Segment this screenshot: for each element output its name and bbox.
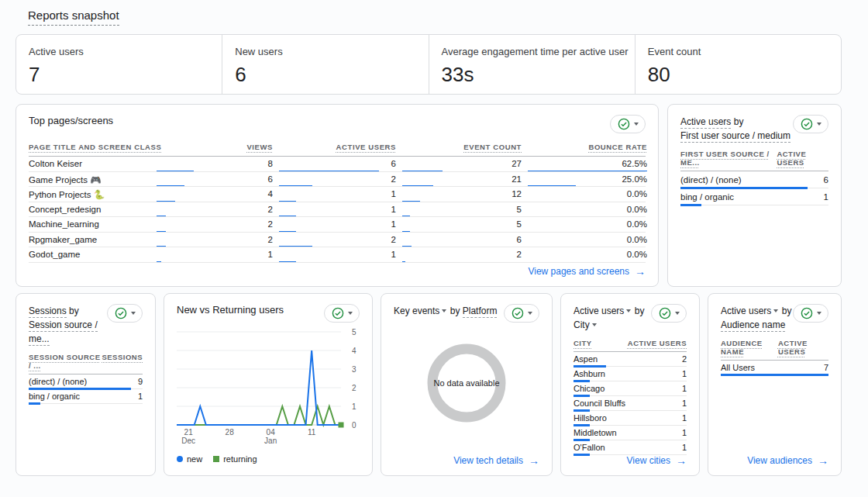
data-quality-badge-button[interactable]: [793, 115, 828, 133]
metric-dropdown[interactable]: Key events: [394, 305, 447, 316]
metric-avg-engagement-time: Average engagement time per active user …: [429, 35, 635, 94]
table-cell: Game Projects 🎮: [29, 172, 150, 187]
table-header: AUDIENCE NAMEACTIVE USERS: [721, 332, 828, 361]
card-title: Active users by First user source / medi…: [680, 115, 790, 143]
metric-dropdown[interactable]: Active users: [574, 305, 632, 316]
metric-value: 1: [682, 443, 687, 452]
value-bar: [157, 231, 166, 232]
view-audiences-link[interactable]: View audiences→: [747, 454, 828, 467]
metric-value: 1: [824, 192, 828, 202]
top-pages-table-body: Colton Keiser862762.5%Game Projects 🎮622…: [29, 157, 646, 263]
dimension-link[interactable]: Platform: [463, 305, 498, 318]
table-cell: 5: [402, 217, 522, 232]
table-row: Game Projects 🎮622125.0%: [29, 172, 646, 188]
metric-value: 2: [682, 354, 687, 364]
metric-value: 9: [138, 377, 143, 386]
table-cell: 0.0%: [528, 233, 647, 247]
metric-value: 7: [29, 63, 215, 87]
table-cell: 0.0%: [528, 217, 647, 232]
data-quality-badge-button[interactable]: [793, 304, 828, 323]
view-pages-and-screens-link[interactable]: View pages and screens→: [528, 265, 646, 278]
dimension-value: Ashburn: [574, 369, 605, 378]
legend-item-returning[interactable]: returning: [213, 454, 257, 464]
data-quality-badge-button[interactable]: [504, 304, 539, 323]
dimension-value: Council Bluffs: [574, 399, 625, 408]
table-row: Rpgmaker_game2260.0%: [29, 233, 646, 248]
dimension-link[interactable]: Audience name: [721, 319, 785, 332]
table-row: Aspen2: [574, 352, 687, 367]
chart-legend: newreturning: [177, 454, 360, 464]
table-cell: Concept_redesign: [29, 202, 150, 217]
table-cell: 2: [402, 247, 522, 262]
table-cell: 6: [402, 233, 522, 247]
top-pages-table-header: PAGE TITLE AND SCREEN CLASS VIEWS ACTIVE…: [29, 133, 646, 157]
legend-item-new[interactable]: new: [177, 454, 202, 464]
svg-text:4: 4: [352, 347, 356, 355]
metric-link[interactable]: Active users: [680, 116, 731, 129]
caret-down-icon: [634, 123, 639, 126]
table-row: Python Projects 🐍41120.0%: [29, 187, 646, 202]
data-quality-badge-button[interactable]: [651, 304, 687, 323]
value-bar: [29, 388, 131, 390]
caret-down-icon: [442, 309, 446, 312]
value-bar: [279, 201, 296, 202]
dimension-value: Aspen: [574, 354, 598, 364]
table-row: Ashburn1: [574, 367, 687, 381]
page-title: Reports snapshot: [28, 9, 842, 22]
value-bar: [279, 261, 296, 262]
svg-text:21: 21: [184, 428, 194, 437]
dimension-link[interactable]: First user source / medium: [680, 130, 790, 143]
value-bar: [402, 201, 420, 202]
data-quality-badge-button[interactable]: [610, 115, 646, 133]
dimension-value: bing / organic: [680, 192, 734, 202]
caret-down-icon: [528, 312, 532, 315]
value-bar: [29, 402, 40, 405]
table-cell: 21: [402, 172, 522, 187]
table-cell: 12: [402, 187, 522, 202]
value-bar: [157, 246, 166, 247]
value-bar: [680, 204, 701, 206]
table-cell: 1: [279, 187, 396, 202]
caret-down-icon: [817, 312, 822, 315]
value-bar: [574, 380, 590, 382]
svg-text:28: 28: [226, 428, 235, 437]
metrics-summary-card: Active users 7 New users 6 Average engag…: [16, 34, 842, 95]
active-users-by-city-card: Active users by City CITYACTIVE USERS As…: [560, 293, 700, 476]
metric-event-count: Event count 80: [635, 35, 841, 94]
table-row: Middletown1: [574, 426, 687, 440]
dimension-value: O'Fallon: [574, 443, 605, 452]
table-cell: 0.0%: [528, 187, 647, 202]
svg-text:2: 2: [352, 384, 356, 392]
column-header: BOUNCE RATE: [528, 143, 647, 151]
legend-label: new: [187, 454, 202, 464]
reports-snapshot-page: Reports snapshot Active users 7 New user…: [0, 0, 857, 476]
view-tech-details-link[interactable]: View tech details→: [453, 454, 539, 467]
metric-value: 1: [682, 413, 687, 423]
metric-link[interactable]: Sessions: [29, 305, 67, 318]
value-bar: [680, 187, 808, 189]
active-users-by-audience-card: Active users by Audience name AUDIENCE N…: [708, 293, 842, 476]
check-circle-icon: [618, 118, 630, 130]
view-cities-link[interactable]: View cities→: [627, 454, 687, 467]
legend-circle-icon: [177, 456, 183, 462]
table-body: Aspen2Ashburn1Chicago1Council Bluffs1Hil…: [574, 352, 687, 455]
value-bar: [574, 395, 590, 397]
legend-square-icon: [213, 456, 219, 462]
data-quality-badge-button[interactable]: [107, 304, 143, 323]
arrow-right-icon: →: [529, 454, 539, 467]
dimension-value: Hillsboro: [574, 413, 607, 423]
table-cell: 1: [279, 217, 396, 232]
metric-label: Event count: [648, 46, 835, 57]
metric-dropdown[interactable]: Active users: [721, 305, 779, 316]
dimension-dropdown[interactable]: City: [574, 319, 598, 330]
metric-active-users: Active users 7: [16, 35, 222, 94]
value-bar: [402, 216, 410, 216]
table-cell: 6: [157, 172, 273, 187]
table-body: (direct) / (none)6bing / organic1: [680, 171, 828, 205]
data-quality-badge-button[interactable]: [324, 304, 360, 323]
dimension-link[interactable]: Session source / me...: [29, 319, 98, 346]
table-header: FIRST USER SOURCE / ME...ACTIVE USERS: [680, 143, 828, 171]
table-cell: 6: [279, 157, 396, 171]
table-row: bing / organic1: [29, 389, 143, 404]
metric-label: Average engagement time per active user: [442, 46, 629, 57]
